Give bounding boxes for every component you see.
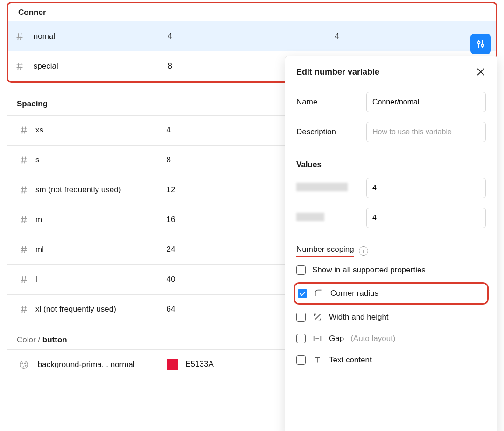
value-input-1[interactable] — [366, 178, 486, 198]
var-name: xs — [35, 125, 43, 134]
checkbox[interactable] — [298, 289, 307, 298]
var-name: sm (not frequently used) — [35, 185, 121, 194]
resize-icon — [312, 312, 322, 322]
text-icon — [312, 355, 322, 365]
scope-width-height[interactable]: Width and height — [285, 306, 497, 328]
number-icon — [19, 155, 29, 165]
svg-point-3 — [22, 363, 23, 364]
panel-title: Edit number variable — [296, 67, 379, 77]
number-icon — [19, 304, 29, 314]
var-name: background-prima... normal — [38, 360, 135, 369]
color-prefix: Color / — [17, 335, 40, 344]
mode-label-2 — [296, 213, 366, 223]
checkbox[interactable] — [296, 313, 306, 322]
var-name: l — [35, 275, 37, 284]
description-label: Description — [296, 127, 366, 137]
mode-label-1 — [296, 183, 366, 194]
scope-label: Corner radius — [330, 289, 378, 298]
scoping-label: Number scoping — [296, 245, 354, 257]
description-input[interactable] — [366, 122, 486, 142]
var-name: ml — [35, 245, 44, 254]
corner-radius-icon — [314, 288, 324, 299]
name-input[interactable] — [366, 92, 486, 112]
edit-variable-panel: Edit number variable Name Description Va… — [285, 56, 497, 431]
number-icon — [19, 274, 29, 285]
checkbox[interactable] — [296, 355, 306, 365]
scoping-heading: Number scoping i — [285, 233, 497, 260]
svg-point-5 — [25, 365, 26, 366]
value-input-2[interactable] — [366, 208, 486, 228]
svg-point-4 — [25, 363, 26, 364]
name-label: Name — [296, 97, 366, 107]
info-icon[interactable]: i — [359, 246, 368, 256]
number-icon — [14, 31, 25, 42]
var-value-1[interactable]: 4 — [162, 21, 329, 51]
number-icon — [19, 185, 29, 195]
scope-text-content[interactable]: Text content — [285, 349, 497, 371]
table-row[interactable]: nomal 4 4 — [8, 21, 496, 51]
scope-gap[interactable]: Gap (Auto layout) — [285, 328, 497, 349]
scope-label: Text content — [329, 355, 372, 365]
gap-icon — [312, 334, 322, 344]
var-name: special — [34, 62, 58, 70]
scope-all[interactable]: Show in all supported properties — [285, 260, 497, 280]
var-name: xl (not frequently used) — [35, 305, 116, 313]
scope-corner-highlight: Corner radius — [294, 282, 489, 305]
number-icon — [19, 125, 29, 135]
number-icon — [19, 244, 29, 255]
number-icon — [14, 61, 25, 71]
color-swatch — [167, 359, 178, 370]
checkbox[interactable] — [296, 334, 306, 343]
number-icon — [19, 215, 29, 225]
scope-corner-radius[interactable]: Corner radius — [295, 284, 487, 303]
color-hex: E5133A — [185, 360, 214, 368]
color-icon — [19, 360, 29, 370]
values-heading: Values — [285, 147, 497, 173]
var-name: m — [35, 215, 42, 224]
color-group-name: button — [42, 335, 67, 344]
scope-label: Gap — [329, 334, 344, 343]
checkbox[interactable] — [296, 265, 306, 275]
scope-label: Width and height — [329, 313, 389, 322]
svg-point-2 — [20, 361, 28, 369]
var-name: nomal — [34, 32, 55, 41]
corner-heading: Conner — [8, 3, 496, 21]
scope-label: Show in all supported properties — [312, 265, 426, 275]
close-icon[interactable] — [476, 67, 486, 77]
scope-hint: (Auto layout) — [350, 334, 395, 343]
var-name: s — [35, 155, 40, 164]
edit-variable-button[interactable] — [470, 34, 491, 54]
